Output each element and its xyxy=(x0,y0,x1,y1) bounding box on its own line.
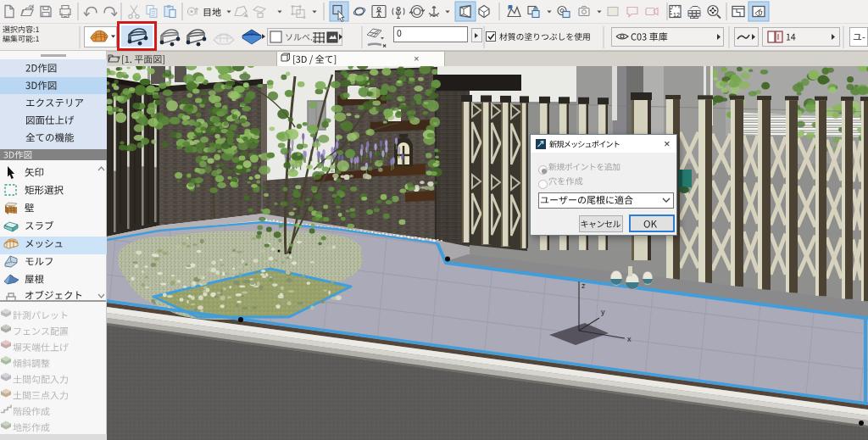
svg-text:z: z xyxy=(581,281,586,290)
svg-text:y: y xyxy=(601,308,605,316)
svg-text:x: x xyxy=(627,335,632,343)
